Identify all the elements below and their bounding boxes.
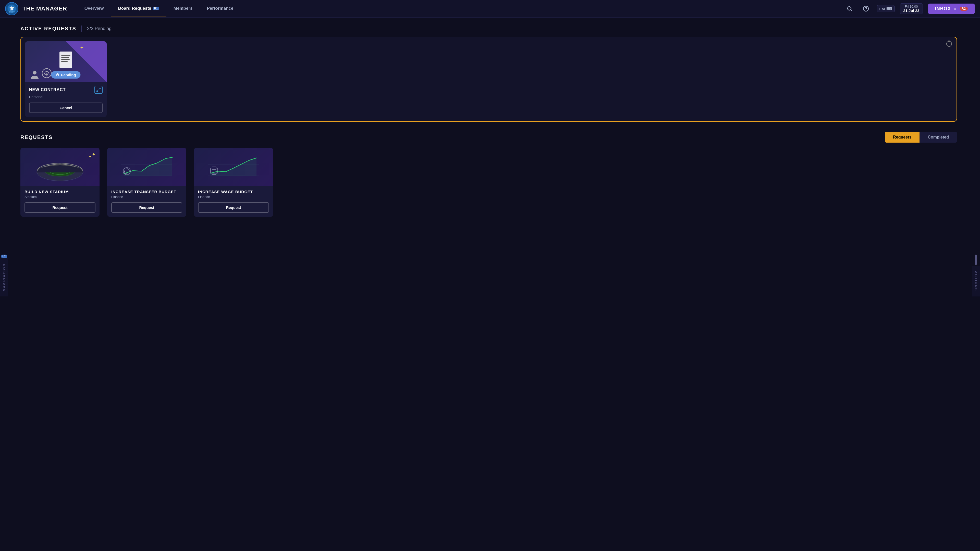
transfer-request-button[interactable]: Request — [111, 202, 182, 213]
pending-status-badge: ⏱ Pending — [51, 71, 80, 79]
wage-card-title: INCREASE WAGE BUDGET — [198, 189, 269, 194]
wage-request-button[interactable]: Request — [198, 202, 269, 213]
nav-performance[interactable]: Performance — [200, 0, 240, 17]
main-content: ACTIVE REQUESTS 2/3 Pending ✦ — [8, 18, 972, 224]
actions-text: ACTIONS — [972, 266, 980, 297]
datetime-day: Fri 10:00 — [903, 5, 919, 8]
svg-point-15 — [33, 71, 37, 75]
stadium-card-body: BUILD NEW STADIUM Stadium Request — [21, 186, 100, 217]
new-contract-card: ✦ — [25, 41, 107, 117]
navigation-label: NAVIGATION — [0, 258, 8, 297]
requests-filter-button[interactable]: Requests — [885, 132, 920, 143]
wage-chart-illustration — [205, 153, 262, 181]
svg-line-3 — [851, 10, 852, 11]
wage-card-image — [194, 148, 273, 186]
topbar: BHAFC THE MANAGER Overview Board Request… — [0, 0, 980, 18]
board-requests-badge: R1 — [153, 6, 159, 10]
fm-menu-button[interactable]: FM ⌨ — [877, 5, 895, 12]
contract-card-body: NEW CONTRACT Personal Cancel — [25, 82, 107, 117]
transfer-chart-illustration — [119, 153, 175, 181]
request-cards-grid: ✦ ✦ — [21, 148, 957, 217]
club-logo[interactable]: BHAFC — [5, 2, 18, 15]
datetime-display[interactable]: Fri 10:00 21 Jul 23 — [900, 3, 923, 14]
svg-point-16 — [42, 68, 51, 78]
topbar-right: FM ⌨ Fri 10:00 21 Jul 23 INBOX » R2 — [844, 3, 975, 14]
contract-card-image: ✦ — [25, 41, 107, 82]
svg-text:BHAFC: BHAFC — [9, 11, 14, 13]
svg-rect-13 — [61, 59, 70, 60]
stadium-card-title: BUILD NEW STADIUM — [24, 189, 95, 194]
svg-rect-11 — [61, 55, 70, 56]
nav-badge: L2 — [1, 254, 7, 258]
person-icon — [30, 69, 40, 79]
clock-icon: ⏱ — [56, 73, 59, 77]
inbox-button[interactable]: INBOX » R2 — [928, 3, 975, 14]
transfer-budget-card: INCREASE TRANSFER BUDGET Finance Request — [107, 148, 186, 217]
stadium-illustration — [35, 151, 86, 182]
header-divider — [81, 25, 82, 32]
requests-section-header: REQUESTS Requests Completed — [21, 132, 957, 143]
transfer-card-image — [107, 148, 186, 186]
stadium-card-image: ✦ ✦ — [21, 148, 100, 186]
active-requests-container: ✦ — [21, 37, 957, 122]
cancel-button[interactable]: Cancel — [29, 103, 103, 113]
nav-members[interactable]: Members — [166, 0, 200, 17]
svg-point-17 — [45, 73, 48, 76]
club-title: THE MANAGER — [22, 5, 67, 12]
svg-rect-12 — [61, 57, 69, 58]
stadium-request-button[interactable]: Request — [24, 202, 95, 213]
pending-count: 2/3 Pending — [87, 26, 111, 32]
wage-card-body: INCREASE WAGE BUDGET Finance Request — [194, 186, 273, 217]
svg-point-2 — [848, 6, 851, 10]
actions-label: ACTIONS — [972, 254, 980, 297]
completed-filter-button[interactable]: Completed — [920, 132, 957, 143]
stadium-card-subtitle: Stadium — [24, 195, 95, 199]
transfer-card-body: INCREASE TRANSFER BUDGET Finance Request — [107, 186, 186, 217]
svg-rect-10 — [59, 52, 72, 68]
nav-board-requests[interactable]: Board Requests R1 — [111, 0, 166, 17]
active-requests-title: ACTIVE REQUESTS — [21, 26, 76, 32]
main-nav: Overview Board Requests R1 Members Perfo… — [77, 0, 241, 17]
transfer-card-title: INCREASE TRANSFER BUDGET — [111, 189, 182, 194]
wage-card-subtitle: Finance — [198, 195, 269, 199]
svg-rect-14 — [61, 61, 68, 62]
filter-buttons: Requests Completed — [885, 132, 957, 143]
search-button[interactable] — [844, 3, 855, 14]
active-requests-header: ACTIVE REQUESTS 2/3 Pending — [21, 25, 957, 32]
actions-handle[interactable] — [975, 254, 977, 265]
nav-overview[interactable]: Overview — [77, 0, 111, 17]
stadium-star-small-icon: ✦ — [89, 155, 91, 159]
inbox-badge: R2 — [960, 6, 968, 11]
pending-label: Pending — [61, 73, 76, 77]
star-icon: ✦ — [80, 45, 84, 51]
side-nav-label: L2 NAVIGATION — [0, 254, 8, 297]
timer-icon — [946, 40, 953, 48]
datetime-date: 21 Jul 23 — [903, 8, 919, 13]
wage-budget-card: INCREASE WAGE BUDGET Finance Request — [194, 148, 273, 217]
stadium-star-icon: ✦ — [92, 151, 96, 157]
contract-expand-icon[interactable] — [94, 86, 103, 94]
build-stadium-card: ✦ ✦ — [21, 148, 100, 217]
svg-marker-29 — [124, 157, 172, 176]
requests-title: REQUESTS — [21, 135, 52, 140]
help-button[interactable] — [860, 3, 872, 14]
contract-document-icon — [54, 50, 77, 73]
transfer-card-subtitle: Finance — [111, 195, 182, 199]
contract-card-subtitle: Personal — [29, 95, 103, 99]
contract-card-title: NEW CONTRACT — [29, 86, 103, 94]
